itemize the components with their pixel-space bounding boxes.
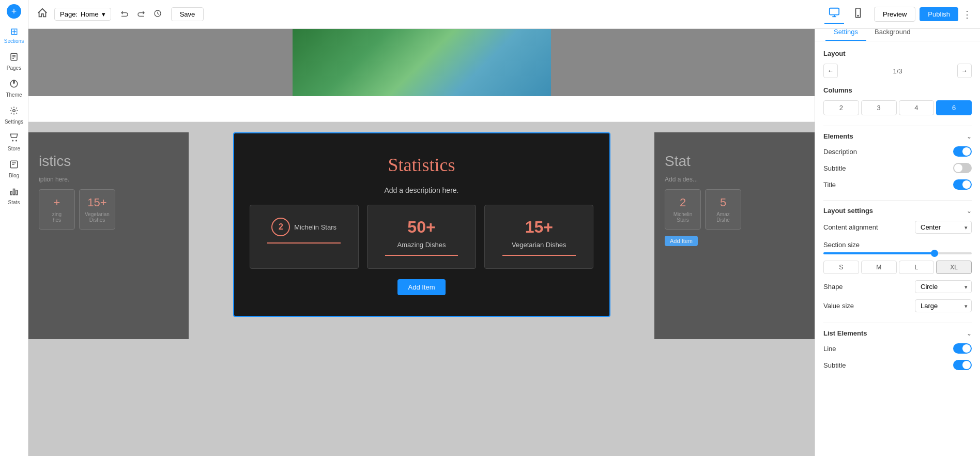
sidebar-item-settings[interactable]: Settings bbox=[0, 102, 28, 129]
top-bar: Page: Home ▾ Save Preview Publish ⋮ bbox=[28, 0, 980, 29]
list-elements-title: List Elements bbox=[823, 329, 867, 337]
layout-counter: 1/3 bbox=[842, 67, 953, 75]
sidebar-item-sections[interactable]: ⊞ Sections bbox=[0, 22, 28, 48]
rg-desc: Add a des... bbox=[665, 176, 804, 183]
publish-button[interactable]: Publish bbox=[920, 7, 958, 21]
description-toggle[interactable] bbox=[953, 146, 972, 157]
device-toggle-group bbox=[824, 5, 868, 24]
title-toggle[interactable] bbox=[953, 179, 972, 190]
more-options-button[interactable]: ⋮ bbox=[962, 9, 972, 20]
home-button[interactable] bbox=[37, 7, 48, 21]
shape-select[interactable]: Circle Square None bbox=[915, 280, 972, 293]
svg-rect-12 bbox=[13, 189, 15, 195]
shape-label: Shape bbox=[823, 283, 843, 291]
sidebar-item-blog[interactable]: Blog bbox=[0, 156, 28, 183]
stats-title: Statistics bbox=[388, 154, 455, 176]
blog-icon bbox=[9, 160, 19, 172]
layout-settings-header: Layout settings ⌄ bbox=[823, 207, 972, 215]
right-add-item-button[interactable]: Add Item bbox=[665, 236, 698, 246]
stat-line-2 bbox=[385, 255, 458, 256]
sidebar-settings-label: Settings bbox=[5, 119, 23, 125]
page-label: Page: bbox=[60, 10, 78, 18]
layout-prev-button[interactable]: ← bbox=[823, 64, 838, 78]
svg-point-19 bbox=[858, 16, 859, 17]
page-selector[interactable]: Page: Home ▾ bbox=[54, 8, 111, 21]
ghost-cards: + zinghes 15+ VegetarianDishes bbox=[39, 189, 178, 230]
stats-icon bbox=[9, 187, 19, 199]
size-xl-button[interactable]: XL bbox=[936, 261, 972, 274]
sidebar-blog-label: Blog bbox=[9, 173, 19, 178]
content-alignment-select[interactable]: Center Left Right bbox=[915, 221, 972, 234]
line-toggle[interactable] bbox=[953, 343, 972, 354]
beach-image bbox=[293, 29, 551, 96]
elements-header: Elements ⌄ bbox=[823, 132, 972, 140]
statistics-section[interactable]: Statistics Add a description here. 2 Mic… bbox=[233, 132, 610, 317]
size-s-button[interactable]: S bbox=[823, 261, 859, 274]
size-buttons-row: S M L XL bbox=[823, 261, 972, 274]
list-subtitle-toggle-row: Subtitle bbox=[823, 360, 972, 370]
line-toggle-label: Line bbox=[823, 345, 836, 353]
list-elements-chevron[interactable]: ⌄ bbox=[967, 330, 972, 337]
sidebar-item-stats[interactable]: Stats bbox=[0, 183, 28, 209]
value-size-label: Value size bbox=[823, 302, 854, 310]
content-alignment-label: Content alignment bbox=[823, 223, 878, 231]
add-item-button[interactable]: Add Item bbox=[397, 279, 445, 295]
redo-button[interactable] bbox=[134, 7, 148, 22]
rg-card-2: 5 AmazDishe bbox=[705, 189, 741, 230]
subtitle-toggle-row: Subtitle bbox=[823, 163, 972, 173]
subtitle-toggle[interactable] bbox=[953, 163, 972, 173]
stats-cards-grid: 2 Michelin Stars 50+ Amazing Dishes bbox=[250, 205, 594, 269]
sidebar-item-pages[interactable]: Pages bbox=[0, 48, 28, 75]
value-size-row: Value size Large Medium Small bbox=[823, 299, 972, 312]
col-btn-6[interactable]: 6 bbox=[936, 100, 972, 115]
sidebar-item-store[interactable]: Store bbox=[0, 129, 28, 156]
layout-settings-chevron[interactable]: ⌄ bbox=[967, 207, 972, 215]
size-m-button[interactable]: M bbox=[861, 261, 897, 274]
history-button[interactable] bbox=[150, 7, 165, 22]
section-size-slider-track[interactable] bbox=[823, 252, 972, 254]
rg-card-1: 2 Michelin Stars bbox=[665, 189, 701, 230]
mobile-view-button[interactable] bbox=[848, 5, 868, 23]
stat-card-3[interactable]: 15+ Vegetarian Dishes bbox=[484, 205, 593, 269]
canvas-page: istics iption here. + zinghes 15+ Vegeta… bbox=[28, 29, 815, 456]
list-subtitle-toggle[interactable] bbox=[953, 360, 972, 370]
ghost-title: istics bbox=[39, 153, 178, 170]
save-button[interactable]: Save bbox=[171, 7, 204, 21]
add-section-button[interactable]: + bbox=[7, 4, 21, 19]
layout-next-button[interactable]: → bbox=[957, 64, 972, 78]
title-toggle-label: Title bbox=[823, 181, 836, 189]
shape-select-wrapper: Circle Square None bbox=[915, 280, 972, 293]
content-alignment-wrapper: Center Left Right bbox=[915, 221, 972, 234]
value-size-select-wrapper: Large Medium Small bbox=[915, 299, 972, 312]
undo-button[interactable] bbox=[117, 7, 132, 22]
elements-chevron[interactable]: ⌄ bbox=[967, 133, 972, 140]
slider-thumb[interactable] bbox=[931, 250, 938, 257]
preview-button[interactable]: Preview bbox=[874, 7, 915, 22]
layout-nav: ← 1/3 → bbox=[823, 64, 972, 78]
size-l-button[interactable]: L bbox=[899, 261, 935, 274]
elements-title: Elements bbox=[823, 132, 853, 140]
section-size-label: Section size bbox=[823, 241, 860, 249]
ghost-desc: iption here. bbox=[39, 176, 178, 183]
col-btn-3[interactable]: 3 bbox=[861, 100, 897, 115]
col-btn-2[interactable]: 2 bbox=[823, 100, 859, 115]
rg-cards: 2 Michelin Stars 5 AmazDishe bbox=[665, 189, 804, 230]
desktop-view-button[interactable] bbox=[824, 5, 844, 24]
stats-section-wrapper: istics iption here. + zinghes 15+ Vegeta… bbox=[28, 122, 815, 349]
stat-card-1[interactable]: 2 Michelin Stars bbox=[250, 205, 359, 269]
settings-icon bbox=[9, 106, 19, 118]
sidebar-item-theme[interactable]: Theme bbox=[0, 75, 28, 102]
stats-description: Add a description here. bbox=[385, 186, 459, 194]
value-size-select[interactable]: Large Medium Small bbox=[915, 299, 972, 312]
canvas-scroll[interactable]: istics iption here. + zinghes 15+ Vegeta… bbox=[28, 29, 815, 456]
title-toggle-row: Title bbox=[823, 179, 972, 190]
description-toggle-row: Description bbox=[823, 146, 972, 157]
stat-card-2[interactable]: 50+ Amazing Dishes bbox=[367, 205, 476, 269]
canvas-area: istics iption here. + zinghes 15+ Vegeta… bbox=[28, 29, 815, 456]
undo-redo-group bbox=[117, 7, 165, 22]
divider-2 bbox=[823, 200, 972, 201]
panel-body: Layout ← 1/3 → Columns 2 3 4 6 Elements … bbox=[815, 41, 980, 456]
stat-circle-1: 2 bbox=[271, 218, 290, 236]
col-btn-4[interactable]: 4 bbox=[899, 100, 935, 115]
content-alignment-row: Content alignment Center Left Right bbox=[823, 221, 972, 234]
